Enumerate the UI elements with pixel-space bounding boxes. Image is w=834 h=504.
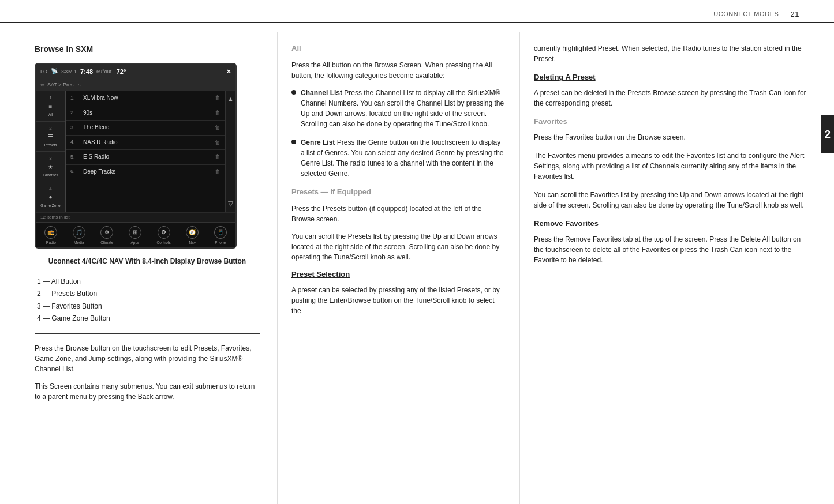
list-item: 2 — Presets Button xyxy=(35,289,260,299)
favorites-body2: The Favorites menu provides a means to e… xyxy=(534,151,811,182)
bottom-btn-nav[interactable]: 🧭 Nav xyxy=(186,226,199,245)
left-column: Browse In SXM LO 📡 SXM 1 7:48 69°out. 72… xyxy=(0,32,277,504)
bottom-btn-climate[interactable]: ❄ Climate xyxy=(100,226,113,245)
nav-icon: 🧭 xyxy=(186,226,199,239)
device-caption: Uconnect 4/4C/4C NAV With 8.4-inch Displ… xyxy=(35,257,260,266)
list-item: 1 — All Button xyxy=(35,277,260,287)
remove-favorites-body: Press the Remove Favorites tab at the to… xyxy=(534,234,811,265)
device-sat-label: SXM 1 xyxy=(61,68,77,76)
trash-icon[interactable]: 🗑 xyxy=(215,168,220,176)
device-list-item[interactable]: 4. NAS R Radio 🗑 xyxy=(66,136,225,151)
scroll-down-arrow[interactable]: ▽ xyxy=(228,199,233,209)
list-item: 4 — Game Zone Button xyxy=(35,314,260,324)
trash-icon[interactable]: 🗑 xyxy=(215,153,220,161)
bottom-btn-apps[interactable]: ⊞ Apps xyxy=(129,226,141,245)
device-channel-list: 1. XLM bra Now 🗑 2. 90s 🗑 xyxy=(66,91,225,212)
device-sat-icon: 📡 xyxy=(51,67,58,76)
climate-icon: ❄ xyxy=(100,226,113,239)
presets-body2: You can scroll the Presets list by press… xyxy=(291,231,506,262)
device-list-item[interactable]: 5. E S Radio 🗑 xyxy=(66,150,225,165)
bottom-btn-phone[interactable]: 📱 Phone xyxy=(214,226,227,245)
favorites-body3: You can scroll the Favorites list by pre… xyxy=(534,190,811,210)
media-icon: 🎵 xyxy=(73,226,85,239)
page-number: 21 xyxy=(790,9,799,20)
trash-icon[interactable]: 🗑 xyxy=(215,123,220,132)
bottom-btn-controls[interactable]: ⚙ Controls xyxy=(156,226,170,245)
device-lo: LO xyxy=(40,68,47,76)
device-topbar: LO 📡 SXM 1 7:48 69°out. 72° × xyxy=(36,64,235,80)
trash-icon[interactable]: 🗑 xyxy=(215,94,220,103)
phone-icon: 📱 xyxy=(214,226,227,239)
device-list-item[interactable]: 3. The Blend 🗑 xyxy=(66,121,225,136)
presets-body: Press the Presets button (if equipped) l… xyxy=(291,204,506,224)
device-sidebar-favorites[interactable]: 3 ★ Favorites xyxy=(36,152,65,182)
continuation-text: currently highlighted Preset. When selec… xyxy=(534,43,811,64)
all-section-body: Press the All button on the Browse Scree… xyxy=(291,60,506,81)
bullet-label: Channel List xyxy=(301,89,342,97)
device-list-item[interactable]: 1. XLM bra Now 🗑 xyxy=(66,91,225,106)
trash-icon[interactable]: 🗑 xyxy=(215,138,220,147)
device-bottom-bar: 📻 Radio 🎵 Media ❄ Climate ⊞ Apps ⚙ C xyxy=(36,222,235,247)
device-items-count: 12 items in list xyxy=(36,212,235,222)
preset-selection-body: A preset can be selected by pressing any… xyxy=(291,285,506,316)
deleting-preset-body: A preset can be deleted in the Presets B… xyxy=(534,88,811,108)
device-scroll-arrows: ▲ ▽ xyxy=(225,91,235,212)
favorites-title: Favorites xyxy=(534,116,811,127)
device-sidebar-presets[interactable]: 2 ☰ Presets xyxy=(36,122,65,152)
device-sidebar: 1 ≡ All 2 ☰ Presets 3 ★ Favorites xyxy=(36,91,66,212)
device-close[interactable]: × xyxy=(226,66,231,77)
device-sidebar-gamezone[interactable]: 4 ● Game Zone xyxy=(36,182,65,213)
page-header: UCONNECT MODES 21 xyxy=(713,9,799,20)
numbered-list: 1 — All Button 2 — Presets Button 3 — Fa… xyxy=(35,277,260,324)
device-time: 7:48 xyxy=(80,67,93,77)
divider xyxy=(35,333,260,334)
device-list-area: 1 ≡ All 2 ☰ Presets 3 ★ Favorites xyxy=(36,91,235,212)
apps-icon: ⊞ xyxy=(129,226,141,239)
remove-favorites-title: Remove Favorites xyxy=(534,219,811,230)
device-list-item[interactable]: 6. Deep Tracks 🗑 xyxy=(66,165,225,180)
middle-column: All Press the All button on the Browse S… xyxy=(277,32,519,504)
preset-selection-title: Preset Selection xyxy=(291,269,506,280)
device-nav-bar: ⇦ SAT > Presets xyxy=(36,80,235,91)
section-title: Browse In SXM xyxy=(35,43,260,55)
bullet-channel-list: Channel List Press the Channel List to d… xyxy=(291,88,506,129)
body-paragraph: Press the Browse button on the touchscre… xyxy=(35,343,260,374)
radio-icon: 📻 xyxy=(44,226,57,239)
bottom-btn-media[interactable]: 🎵 Media xyxy=(73,226,85,245)
controls-icon: ⚙ xyxy=(158,226,170,239)
device-sidebar-all[interactable]: 1 ≡ All xyxy=(36,91,65,122)
bullet-dot xyxy=(291,90,296,95)
trash-icon[interactable]: 🗑 xyxy=(215,109,220,118)
bullet-dot xyxy=(291,140,296,144)
bullet-label: Genre List xyxy=(301,138,335,146)
presets-section-title: Presets — If Equipped xyxy=(291,187,506,198)
device-topbar-left: LO 📡 SXM 1 7:48 69°out. 72° xyxy=(40,67,126,77)
all-section-title: All xyxy=(291,43,506,54)
favorites-body: Press the Favorites button on the Browse… xyxy=(534,132,811,142)
device-back-arrow[interactable]: ⇦ xyxy=(40,81,45,89)
page-content: Browse In SXM LO 📡 SXM 1 7:48 69°out. 72… xyxy=(0,32,834,504)
body-paragraph: This Screen contains many submenus. You … xyxy=(35,381,260,402)
right-column: currently highlighted Preset. When selec… xyxy=(519,32,834,504)
scroll-up-arrow[interactable]: ▲ xyxy=(227,95,234,104)
device-nav-path: SAT > Presets xyxy=(47,81,80,89)
bullet-list: Channel List Press the Channel List to d… xyxy=(291,88,506,179)
deleting-preset-title: Deleting A Preset xyxy=(534,72,811,83)
bullet-genre-list: Genre List Press the Genre button on the… xyxy=(291,137,506,179)
list-item: 3 — Favorites Button xyxy=(35,302,260,311)
device-temp-out: 69°out. xyxy=(96,68,113,76)
device-temp: 72° xyxy=(117,67,126,77)
device-list-item[interactable]: 2. 90s 🗑 xyxy=(66,106,225,121)
device-screen: LO 📡 SXM 1 7:48 69°out. 72° × ⇦ SAT > Pr… xyxy=(35,63,237,249)
top-rule xyxy=(0,22,834,23)
section-label: UCONNECT MODES xyxy=(713,10,779,19)
bottom-btn-radio[interactable]: 📻 Radio xyxy=(44,226,57,245)
